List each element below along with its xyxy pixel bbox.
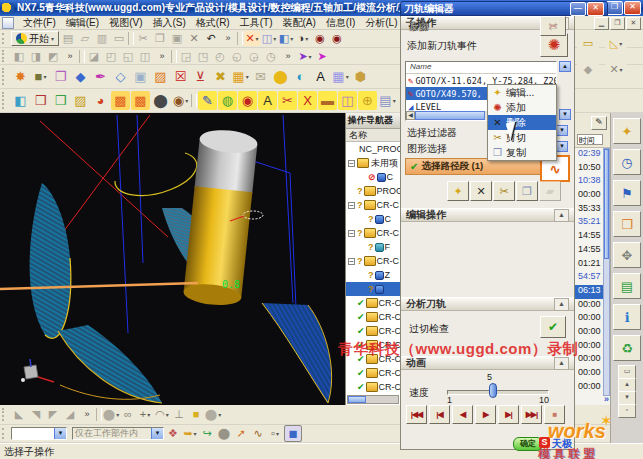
step-back-button[interactable]: ◀ — [452, 405, 473, 424]
pen-icon[interactable]: ✎ — [591, 116, 607, 130]
create-tool-icon[interactable]: ◆ — [71, 67, 90, 86]
play-button[interactable]: ▶ — [475, 405, 496, 424]
snap-end-icon[interactable]: ◣ — [11, 407, 27, 422]
plus-icon[interactable]: + — [137, 407, 153, 422]
navigator-hscrollbar[interactable] — [347, 395, 399, 404]
assembly-icon-1[interactable]: ◧ — [11, 49, 27, 64]
fan-icon[interactable]: ❖ — [165, 426, 181, 441]
print-icon[interactable]: ▭ — [111, 31, 127, 46]
doc-restore-button[interactable]: ❐ — [610, 17, 625, 30]
xmz-icon[interactable]: X — [298, 91, 317, 110]
shaded-cube-icon[interactable]: ◼ — [284, 425, 302, 442]
tree-row[interactable]: CR-C — [346, 380, 401, 394]
tree-row[interactable]: C — [346, 212, 401, 226]
dialog-title-bar[interactable]: 刀轨编辑器 — ✕ — [400, 1, 608, 16]
create-program-icon[interactable]: ❐ — [51, 67, 70, 86]
view-cube-icon[interactable]: ◧ — [278, 31, 294, 46]
measure-angle-icon[interactable]: ◺ — [605, 32, 627, 54]
edit-event-button[interactable]: ✦ — [447, 181, 469, 201]
toolbar-icon[interactable] — [96, 408, 102, 421]
colored-cubes-icon[interactable]: ❒ — [31, 91, 50, 110]
tree-row[interactable]: − CR-C — [346, 226, 401, 240]
doc-close-button[interactable]: ✕ — [626, 17, 641, 30]
fast-back-button[interactable]: |◀ — [429, 405, 450, 424]
scroll-down-icon[interactable]: ▾ — [618, 391, 636, 405]
scroll-left-icon[interactable]: ◀ — [406, 111, 415, 120]
list-scroll-down-button[interactable]: ▼ — [559, 109, 571, 120]
reverse-button[interactable]: ⇄ — [540, 16, 566, 36]
stamp-icon[interactable]: ◆ — [577, 58, 599, 80]
overflow-chevron[interactable]: » — [220, 31, 236, 46]
constraint-icon-1[interactable]: ◪ — [86, 49, 102, 64]
pin-icon[interactable]: ⊕ — [358, 91, 377, 110]
generate-toolpath-icon[interactable]: ▨ — [151, 67, 170, 86]
restore-button[interactable]: ❐ — [606, 1, 623, 15]
simulate-icon[interactable]: ✖ — [211, 67, 230, 86]
crate-icon[interactable]: ▨ — [71, 91, 90, 110]
graphics-viewport[interactable]: 0.8 — [0, 113, 345, 405]
create-method-icon[interactable]: ◇ — [111, 67, 130, 86]
copy-event-button[interactable]: ❐ — [516, 181, 538, 201]
toolbar-icon[interactable] — [237, 32, 243, 45]
reuse-library-icon[interactable]: ♻ — [613, 335, 641, 361]
constraint-navigator-icon[interactable]: ✥ — [613, 242, 641, 268]
delete-icon[interactable]: ✕ — [186, 31, 202, 46]
rotate-view-icon[interactable]: ◍ — [218, 91, 237, 110]
snap-point-icon[interactable]: ➤ — [314, 49, 330, 64]
menu-item[interactable]: 工具(T) — [235, 15, 278, 31]
snap-mid-icon[interactable]: ◥ — [28, 407, 44, 422]
close-button[interactable]: ✕ — [624, 1, 641, 15]
tree-row[interactable] — [346, 282, 401, 296]
speed-slider-track[interactable] — [447, 390, 549, 395]
sphere-display-icon[interactable]: ◐ — [291, 67, 310, 86]
menu-item[interactable]: 编辑(E) — [61, 15, 104, 31]
grid-icon[interactable]: ▦ — [331, 67, 350, 86]
menu-item[interactable]: 文件(F) — [18, 15, 61, 31]
brush-icon[interactable]: ▬ — [318, 91, 337, 110]
overflow-chevron[interactable]: » — [62, 49, 78, 64]
mirror-icon[interactable]: ◴ — [212, 49, 228, 64]
rect-select-icon[interactable]: ▫ — [267, 426, 283, 441]
doc-icon[interactable]: ▤ — [378, 91, 397, 110]
layer-settings-icon[interactable]: ◫ — [261, 31, 277, 46]
step-forward-button[interactable]: ▶| — [498, 405, 519, 424]
assembly-icon-3[interactable]: ◩ — [45, 49, 61, 64]
tree-row[interactable]: CR-C — [346, 310, 401, 324]
edit-object-icon[interactable]: ✎ — [198, 91, 217, 110]
assembly-icon-2[interactable]: ◨ — [28, 49, 44, 64]
machine-navigator-icon[interactable]: ⚑ — [613, 180, 641, 206]
selection-type-combo[interactable]: ▼ — [11, 427, 67, 440]
people-icon[interactable]: ◉ — [171, 91, 190, 110]
render-style-icon[interactable]: ◉ — [312, 31, 328, 46]
tree-row[interactable]: − CR-C — [346, 254, 401, 268]
tree-row[interactable]: NC_PROGRAM — [346, 142, 401, 156]
delete-tool-icon[interactable]: ✕ — [605, 58, 627, 80]
undo-icon[interactable]: ↶ — [203, 31, 219, 46]
tree-expander[interactable]: − — [348, 230, 355, 237]
undo-green-icon[interactable]: ↪ — [199, 426, 215, 441]
selection-scope-combo[interactable]: 仅在工作部件内▼ — [72, 427, 164, 440]
menu-item[interactable]: 分析(L) — [360, 15, 402, 31]
cut-icon[interactable]: ✂ — [135, 31, 151, 46]
tree-row[interactable]: CR-C — [346, 366, 401, 380]
new-part-icon[interactable]: ▤ — [60, 31, 76, 46]
menu-item[interactable]: 插入(S) — [147, 15, 190, 31]
create-operation-icon[interactable]: ▣ — [131, 67, 150, 86]
hscroll-thumb[interactable] — [415, 111, 485, 120]
cube-pair-icon[interactable]: ❒ — [51, 91, 70, 110]
gouge-check-button[interactable]: ✔ — [540, 316, 566, 338]
tree-expander[interactable]: − — [348, 202, 355, 209]
navigator-name-column-header[interactable]: 名称 — [346, 129, 401, 142]
snap-center-icon[interactable]: ◤ — [45, 407, 61, 422]
copy-icon[interactable]: ❐ — [152, 31, 168, 46]
abc-cut-icon[interactable]: ✂ — [278, 91, 297, 110]
rewind-start-button[interactable]: |◀◀ — [406, 405, 427, 424]
open-icon[interactable]: ▱ — [77, 31, 93, 46]
link-icon[interactable]: ∞ — [120, 407, 136, 422]
paste-event-button[interactable]: ▰ — [539, 181, 561, 201]
context-add[interactable]: ✺ 添加 — [488, 100, 556, 115]
history-icon[interactable]: ▤ — [613, 273, 641, 299]
toolbar-icon[interactable] — [191, 94, 197, 107]
menu-item[interactable]: 格式(R) — [191, 15, 235, 31]
render-style-icon-2[interactable]: ◉ — [329, 31, 345, 46]
